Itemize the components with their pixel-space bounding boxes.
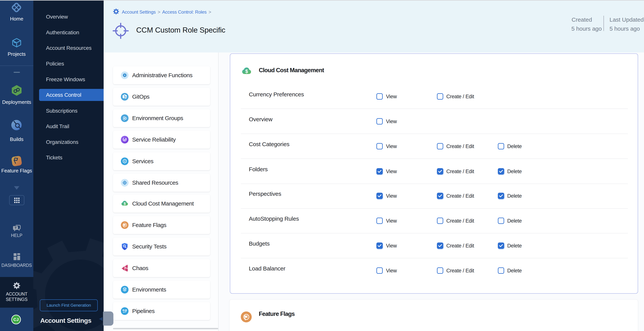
svg-text:$: $ xyxy=(246,68,248,74)
svg-text:$: $ xyxy=(124,202,126,206)
svg-text:?: ? xyxy=(14,226,16,230)
